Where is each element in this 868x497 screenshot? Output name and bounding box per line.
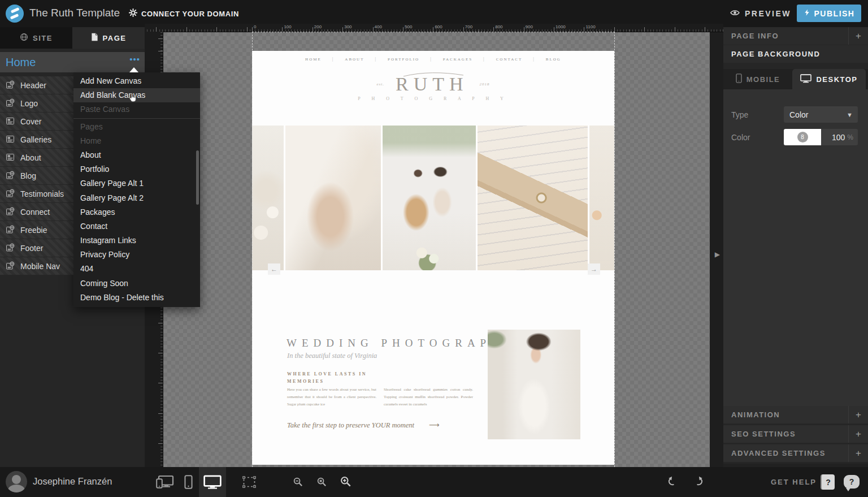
gallery-photo-couple xyxy=(383,126,476,270)
shared-canvas-icon xyxy=(6,171,15,180)
gallery-photo-ring xyxy=(478,126,588,270)
page-title: Home xyxy=(6,56,36,69)
canvas-icon xyxy=(6,135,15,144)
avatar[interactable] xyxy=(6,471,27,492)
site-nav: HOME|ABOUT|PORTFOLIO|PACKAGES|CONTACT|BL… xyxy=(252,57,614,62)
menu-item-portfolio[interactable]: Portfolio xyxy=(73,162,200,176)
background-color-control[interactable]: 8 100 % xyxy=(784,129,858,145)
help-chat-icon[interactable]: ? xyxy=(844,475,860,489)
tab-page[interactable]: PAGE xyxy=(72,27,145,49)
tab-desktop[interactable]: DESKTOP xyxy=(792,69,866,89)
ruler-label: 500 xyxy=(403,24,412,29)
shared-canvas-icon xyxy=(6,207,15,217)
expand-plus-icon[interactable]: + xyxy=(848,406,868,423)
site-canvas-page[interactable]: HOME|ABOUT|PORTFOLIO|PACKAGES|CONTACT|BL… xyxy=(252,51,614,465)
menu-item-add-blank-canvas[interactable]: Add Blank Canvas xyxy=(73,88,200,102)
shared-canvas-icon xyxy=(6,243,15,253)
preview-label: PREVIEW xyxy=(745,9,791,18)
publish-button[interactable]: PUBLISH xyxy=(797,5,861,22)
page-icon xyxy=(91,33,98,43)
menu-item-add-new-canvas[interactable]: Add New Canvas xyxy=(73,74,200,88)
device-mobile-button[interactable] xyxy=(184,475,193,489)
undo-icon[interactable] xyxy=(667,476,679,487)
get-help-button[interactable]: GET HELP xyxy=(771,478,817,486)
ruler-label: 900 xyxy=(524,24,533,29)
site-nav-contact[interactable]: CONTACT xyxy=(496,57,523,62)
color-label: Color xyxy=(731,133,750,142)
help-docs-icon[interactable]: ? xyxy=(821,474,835,490)
menu-item-instagram-links[interactable]: Instagram Links xyxy=(73,234,200,248)
gallery-photo-edge-right xyxy=(589,126,614,270)
right-panel-sections: ANIMATION+SEO SETTINGS+ADVANCED SETTINGS… xyxy=(723,406,868,464)
site-cta-link[interactable]: Take the first step to preserve YOUR mom… xyxy=(287,421,440,430)
site-nav-home[interactable]: HOME xyxy=(305,57,322,62)
logo-subtitle: P H O T O G R A P H Y xyxy=(358,96,509,101)
globe-icon xyxy=(20,33,28,43)
site-nav-packages[interactable]: PACKAGES xyxy=(443,57,472,62)
site-text-col1: Here you can share a few words about you… xyxy=(287,386,376,408)
zoom-in-icon[interactable] xyxy=(340,476,352,488)
color-swatch[interactable]: 8 xyxy=(784,129,821,145)
redo-icon[interactable] xyxy=(692,476,704,487)
panel-collapse-arrow[interactable]: ▶ xyxy=(715,250,720,258)
device-desktop-button[interactable] xyxy=(199,467,226,497)
tab-mobile[interactable]: MOBILE xyxy=(723,69,792,89)
site-photo-woman xyxy=(488,330,580,439)
sidebar-item-label: Galleries xyxy=(20,135,51,144)
menu-item-demo-blog-delete-this[interactable]: Demo Blog - Delete this xyxy=(73,291,200,305)
menu-item-contact[interactable]: Contact xyxy=(73,219,200,234)
section-animation[interactable]: ANIMATION+ xyxy=(723,406,868,423)
section-seo-settings[interactable]: SEO SETTINGS+ xyxy=(723,425,868,443)
menu-item-packages[interactable]: Packages xyxy=(73,205,200,219)
page-title-header: Home ••• xyxy=(0,52,145,72)
section-label: ADVANCED SETTINGS xyxy=(731,449,826,457)
page-options-ellipsis-button[interactable]: ••• xyxy=(129,54,140,64)
site-nav-portfolio[interactable]: PORTFOLIO xyxy=(388,57,419,62)
preview-button[interactable]: PREVIEW xyxy=(730,8,791,19)
shared-canvas-icon xyxy=(6,261,15,271)
menu-item-privacy-policy[interactable]: Privacy Policy xyxy=(73,248,200,262)
horizontal-ruler: 010020030040050060070080090010001100 xyxy=(145,24,723,32)
page-info-label: PAGE INFO xyxy=(731,32,779,40)
canvas-icon xyxy=(6,116,15,126)
chevron-down-icon: ▼ xyxy=(847,111,853,118)
context-menu-scrollbar[interactable] xyxy=(196,150,199,205)
workspace: 010020030040050060070080090010001100 ▶ H… xyxy=(145,24,723,467)
background-type-select[interactable]: Color ▼ xyxy=(784,106,858,123)
menu-item-about[interactable]: About xyxy=(73,148,200,162)
site-nav-blog[interactable]: BLOG xyxy=(546,57,561,62)
expand-plus-icon[interactable]: + xyxy=(848,27,868,45)
site-subheading: In the beautiful state of Virginia xyxy=(287,352,377,360)
color-opacity-field[interactable]: 100 % xyxy=(821,129,858,145)
marquee-select-icon[interactable] xyxy=(242,476,257,489)
sidebar-tabs: SITE PAGE xyxy=(0,27,145,49)
gallery-next-button[interactable]: → xyxy=(588,263,600,275)
section-label: ANIMATION xyxy=(731,410,780,419)
expand-plus-icon[interactable]: + xyxy=(848,425,868,443)
menu-item-coming-soon[interactable]: Coming Soon xyxy=(73,276,200,291)
gallery-photo-bride xyxy=(285,126,381,270)
menu-item-gallery-page-alt-1[interactable]: Gallery Page Alt 1 xyxy=(73,176,200,191)
all-devices-icon[interactable] xyxy=(156,475,174,489)
menu-item-404[interactable]: 404 xyxy=(73,262,200,276)
menu-item-gallery-page-alt-2[interactable]: Gallery Page Alt 2 xyxy=(73,191,200,205)
zoom-reset-icon[interactable] xyxy=(316,477,327,487)
gallery-prev-button[interactable]: ← xyxy=(268,263,280,275)
section-page-background[interactable]: PAGE BACKGROUND xyxy=(723,45,868,63)
tab-page-label: PAGE xyxy=(103,34,127,42)
showit-logo-icon[interactable] xyxy=(6,5,24,23)
connect-your-domain-button[interactable]: CONNECT YOUR DOMAIN xyxy=(129,8,239,19)
section-advanced-settings[interactable]: ADVANCED SETTINGS+ xyxy=(723,444,868,462)
monitor-icon xyxy=(203,475,222,490)
app-window: The Ruth Template CONNECT YOUR DOMAIN PR… xyxy=(0,0,868,497)
tab-site[interactable]: SITE xyxy=(0,27,72,49)
zoom-out-icon[interactable] xyxy=(293,477,303,487)
expand-plus-icon[interactable]: + xyxy=(848,444,868,462)
site-text-col2: Shortbread cake shortbread gummies cotto… xyxy=(384,386,473,408)
section-page-info[interactable]: PAGE INFO + xyxy=(723,27,868,45)
page-background-body: Type Color ▼ Color 8 100 % xyxy=(723,89,868,406)
opacity-unit: % xyxy=(847,133,853,141)
top-bar: The Ruth Template CONNECT YOUR DOMAIN PR… xyxy=(0,0,868,27)
shared-canvas-icon xyxy=(6,225,15,235)
site-nav-about[interactable]: ABOUT xyxy=(345,57,364,62)
